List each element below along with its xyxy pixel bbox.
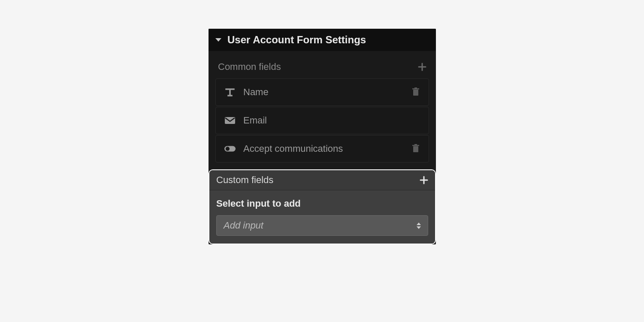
- field-item-email[interactable]: Email: [215, 107, 429, 134]
- field-label: Accept communications: [243, 143, 405, 154]
- form-settings-panel: User Account Form Settings Common fields…: [209, 29, 436, 244]
- delete-field-button[interactable]: [412, 144, 420, 153]
- text-icon: [224, 87, 236, 97]
- field-item-accept[interactable]: Accept communications: [215, 135, 429, 163]
- trash-icon: [412, 87, 419, 96]
- field-item-name[interactable]: Name: [215, 78, 429, 106]
- mail-icon: [224, 116, 236, 125]
- custom-fields-body: Select input to add Add input: [209, 190, 435, 244]
- svg-rect-8: [414, 144, 417, 145]
- common-field-list: Name Email: [215, 78, 429, 163]
- common-fields-section: Common fields Name: [209, 51, 436, 169]
- custom-fields-header: Custom fields: [209, 170, 435, 190]
- delete-field-button[interactable]: [412, 87, 420, 97]
- common-fields-header: Common fields: [215, 58, 429, 78]
- add-input-select[interactable]: Add input: [216, 215, 428, 236]
- plus-icon: [420, 176, 428, 184]
- field-label: Email: [243, 115, 420, 126]
- field-label: Name: [243, 87, 405, 98]
- panel-title: User Account Form Settings: [227, 34, 366, 46]
- panel-header[interactable]: User Account Form Settings: [209, 29, 436, 51]
- svg-point-5: [226, 147, 230, 150]
- svg-rect-6: [413, 146, 418, 152]
- svg-rect-0: [413, 90, 418, 96]
- add-custom-field-button[interactable]: [420, 176, 428, 184]
- custom-fields-title: Custom fields: [216, 175, 273, 186]
- chevron-down-icon: [215, 38, 221, 42]
- add-common-field-button[interactable]: [418, 63, 426, 71]
- trash-icon: [412, 144, 419, 153]
- common-fields-title: Common fields: [218, 61, 281, 72]
- svg-rect-2: [414, 87, 417, 89]
- toggle-icon: [224, 144, 236, 153]
- select-arrows-icon: [417, 223, 421, 229]
- plus-icon: [418, 63, 426, 71]
- custom-fields-section: Custom fields Select input to add Add in…: [209, 169, 436, 244]
- select-placeholder: Add input: [224, 220, 263, 231]
- select-input-label: Select input to add: [216, 198, 428, 209]
